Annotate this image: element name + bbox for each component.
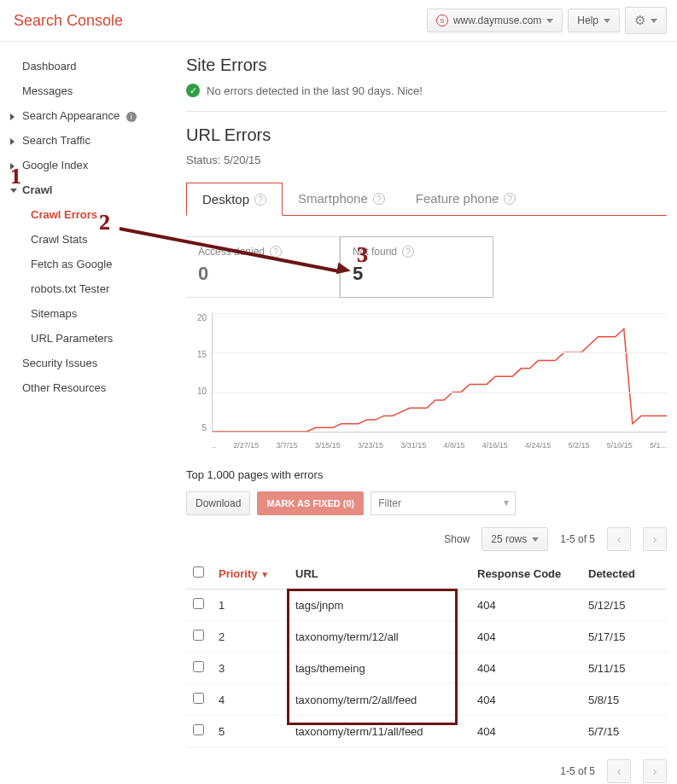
chart-y-axis: 20 15 10 5 (186, 313, 210, 433)
help-button[interactable]: Help (568, 9, 620, 32)
row-checkbox-cell (186, 684, 212, 716)
row-priority: 4 (212, 684, 289, 716)
y-tick: 20 (186, 313, 207, 322)
chart-area (212, 313, 667, 433)
sidebar-item-crawl[interactable]: Crawl (5, 177, 171, 202)
filter-input[interactable] (371, 491, 516, 515)
row-checkbox-cell (186, 589, 212, 621)
topbar-right: S www.daymuse.com Help ⚙ (427, 7, 667, 34)
sidebar-item-google-index[interactable]: Google Index (5, 153, 171, 177)
annotation-url-highlight (287, 589, 458, 725)
chart-x-axis: ..2/27/153/7/153/15/153/23/153/31/154/8/… (212, 441, 667, 450)
sidebar-item-search-traffic[interactable]: Search Traffic (5, 128, 171, 153)
sort-desc-icon: ▼ (260, 570, 269, 579)
help-icon: ? (504, 193, 516, 205)
divider (186, 111, 667, 112)
site-label: www.daymuse.com (453, 15, 541, 26)
x-tick: 5/1... (650, 441, 667, 450)
row-checkbox[interactable] (193, 693, 204, 704)
sidebar-item-label: Search Traffic (22, 134, 90, 147)
table-toolbar: Download MARK AS FIXED (0) ▾ (186, 491, 667, 515)
table-wrap: Priority ▼ URL Response Code Detected 1t… (186, 558, 667, 747)
prev-page-button[interactable]: ‹ (607, 527, 631, 551)
y-tick: 15 (186, 350, 207, 359)
row-priority: 1 (212, 589, 289, 621)
sidebar-item-robots[interactable]: robots.txt Tester (5, 276, 171, 301)
settings-button[interactable]: ⚙ (625, 7, 667, 34)
sidebar: Dashboard Messages Search Appearance i S… (0, 42, 171, 784)
row-checkbox-cell (186, 653, 212, 684)
select-all-checkbox[interactable] (193, 566, 204, 578)
col-url[interactable]: URL (289, 558, 470, 589)
mark-fixed-button[interactable]: MARK AS FIXED (0) (257, 491, 364, 515)
row-checkbox[interactable] (193, 724, 204, 735)
tab-label: Feature phone (416, 191, 499, 206)
row-code: 404 (470, 684, 581, 716)
sidebar-item-fetch-as-google[interactable]: Fetch as Google (5, 252, 171, 276)
download-button[interactable]: Download (186, 491, 250, 515)
x-tick: 3/7/15 (277, 441, 298, 450)
layout: Dashboard Messages Search Appearance i S… (0, 42, 677, 784)
sidebar-item-label: Google Index (22, 159, 88, 171)
row-checkbox[interactable] (193, 630, 204, 641)
statbox-value: 5 (353, 263, 481, 285)
y-tick: 5 (186, 423, 207, 433)
statbox-not-found[interactable]: Not found ? 5 (340, 236, 493, 298)
sidebar-item-sitemaps[interactable]: Sitemaps (5, 301, 171, 326)
filter-icon: ▾ (504, 497, 509, 508)
caret-right-icon (10, 163, 15, 170)
col-detected[interactable]: Detected (581, 558, 667, 589)
row-checkbox[interactable] (193, 661, 204, 672)
x-tick: .. (212, 441, 216, 450)
chevron-down-icon (532, 537, 539, 542)
tab-smartphone[interactable]: Smartphone ? (283, 182, 400, 215)
next-page-button[interactable]: › (643, 759, 667, 783)
prev-page-button[interactable]: ‹ (607, 759, 631, 783)
table-caption: Top 1,000 pages with errors (186, 468, 667, 481)
sidebar-item-label: Crawl (22, 183, 52, 196)
row-checkbox-cell (186, 621, 212, 653)
row-code: 404 (470, 716, 581, 747)
caret-right-icon (10, 138, 15, 145)
help-icon: ? (254, 194, 266, 206)
col-priority[interactable]: Priority ▼ (212, 558, 289, 589)
sidebar-item-security[interactable]: Security Issues (5, 351, 171, 375)
url-errors-status: Status: 5/20/15 (186, 154, 667, 166)
chevron-down-icon (651, 19, 657, 23)
filter-box: ▾ (371, 491, 516, 515)
help-icon: ? (402, 246, 414, 258)
site-errors-status: ✓ No errors detected in the last 90 days… (186, 84, 667, 97)
row-checkbox[interactable] (193, 598, 204, 609)
tab-feature-phone[interactable]: Feature phone ? (400, 182, 532, 215)
sidebar-item-crawl-errors[interactable]: Crawl Errors (5, 202, 171, 227)
pager-bottom: 1-5 of 5 ‹ › (186, 759, 667, 783)
topbar: Search Console S www.daymuse.com Help ⚙ (0, 0, 677, 42)
col-response[interactable]: Response Code (470, 558, 581, 589)
info-icon: i (126, 112, 137, 122)
label-text: Not found (353, 246, 397, 258)
caret-right-icon (10, 113, 15, 120)
row-code: 404 (470, 653, 581, 684)
help-icon: ? (373, 193, 385, 205)
site-errors-title: Site Errors (186, 55, 667, 75)
sidebar-item-other[interactable]: Other Resources (5, 375, 171, 400)
site-selector-button[interactable]: S www.daymuse.com (427, 9, 563, 32)
sidebar-item-url-params[interactable]: URL Parameters (5, 326, 171, 351)
tab-desktop[interactable]: Desktop ? (186, 183, 283, 216)
range-label: 1-5 of 5 (560, 765, 595, 777)
annotation-arrow-head (336, 263, 352, 277)
tab-label: Desktop (202, 192, 249, 206)
sidebar-item-search-appearance[interactable]: Search Appearance i (5, 103, 171, 128)
row-detected: 5/7/15 (581, 716, 667, 747)
next-page-button[interactable]: › (643, 527, 667, 551)
sidebar-item-dashboard[interactable]: Dashboard (5, 54, 171, 78)
x-tick: 4/24/15 (525, 441, 551, 450)
rows-selector-button[interactable]: 25 rows (481, 527, 548, 551)
x-tick: 4/16/15 (482, 441, 508, 450)
caret-down-icon (10, 189, 17, 193)
x-tick: 3/23/15 (358, 441, 383, 450)
y-tick: 10 (186, 386, 207, 396)
site-favicon-icon: S (436, 15, 448, 26)
sidebar-item-messages[interactable]: Messages (5, 78, 171, 103)
sidebar-item-crawl-stats[interactable]: Crawl Stats (5, 227, 171, 252)
